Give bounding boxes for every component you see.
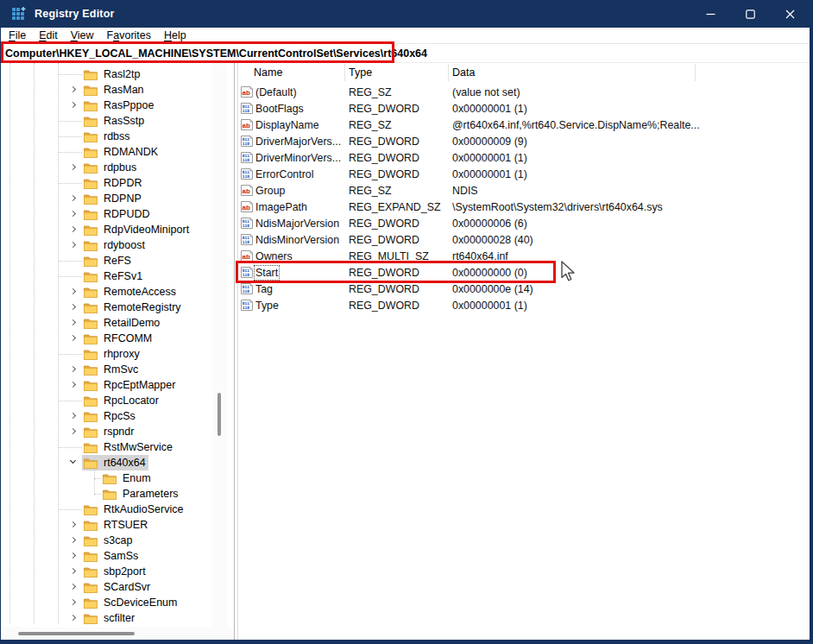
menu-view[interactable]: View [70,29,95,41]
tree-vertical-scrollbar-thumb[interactable] [217,393,221,436]
chevron-right-icon[interactable] [68,520,79,530]
tree-item-ReFS[interactable]: ReFS [1,253,212,268]
tree-item-body[interactable]: RpcEptMapper [82,377,178,393]
tree-item-ScDeviceEnum[interactable]: ScDeviceEnum [1,595,212,610]
tree-item-body[interactable]: RDMANDK [82,144,161,160]
chevron-right-icon[interactable] [68,597,79,608]
tree-item-body[interactable]: rt640x64 [82,455,148,470]
tree-item-body[interactable]: SamSs [82,548,141,564]
tree-item-RmSvc[interactable]: RmSvc [1,362,212,377]
value-row-group[interactable]: abGroupREG_SZNDIS [238,183,810,199]
tree-item-s3cap[interactable]: s3cap [1,533,212,548]
tree-item-body[interactable]: ReFS [82,253,134,268]
tree-item-body[interactable]: RasSstp [82,113,147,129]
tree-item-body[interactable]: Rasl2tp [82,66,142,82]
tree-item-rhproxy[interactable]: rhproxy [1,346,212,362]
tree-item-body[interactable]: rspndr [82,424,136,439]
chevron-right-icon[interactable] [68,318,79,328]
tree-item-sbp2port[interactable]: sbp2port [1,564,212,579]
tree-item-RpcSs[interactable]: RpcSs [1,408,212,424]
chevron-right-icon[interactable] [68,411,79,421]
menu-help[interactable]: Help [163,29,187,41]
tree-item-rt640x64[interactable]: rt640x64 [1,455,212,470]
column-header-type[interactable]: Type [349,66,372,79]
chevron-right-icon[interactable] [68,193,79,204]
chevron-right-icon[interactable] [68,162,79,173]
tree-horizontal-scrollbar[interactable] [1,627,234,640]
chevron-right-icon[interactable] [68,535,79,546]
tree-item-body[interactable]: RDPNP [82,191,144,206]
tree-item-Rasl2tp[interactable]: Rasl2tp [1,66,212,82]
chevron-right-icon[interactable] [68,100,79,110]
chevron-right-icon[interactable] [68,380,79,390]
value-row-type[interactable]: 011110TypeREG_DWORD0x00000001 (1) [238,298,810,314]
tree-item-body[interactable]: RpcLocator [82,393,161,408]
tree-item-body[interactable]: rdyboost [82,237,148,253]
tree-item-body[interactable]: scfilter [82,610,137,626]
tree-horizontal-scrollbar-thumb[interactable] [18,632,135,635]
tree-item-RpcLocator[interactable]: RpcLocator [1,393,212,408]
column-header-name[interactable]: Name [254,66,282,79]
value-row-ndismajorversion[interactable]: 011110NdisMajorVersionREG_DWORD0x0000000… [238,216,810,232]
tree-item-body[interactable]: ScDeviceEnum [82,595,180,610]
tree-item-RDMANDK[interactable]: RDMANDK [1,144,212,160]
tree-item-body[interactable]: rdpbus [82,160,139,175]
tree-item-body[interactable]: SCardSvr [82,579,153,595]
tree-item-RasSstp[interactable]: RasSstp [1,113,212,129]
tree-item-RasPppoe[interactable]: RasPppoe [1,98,212,113]
tree-item-Enum[interactable]: Enum [1,470,212,486]
maximize-button[interactable] [730,0,770,28]
tree-item-body[interactable]: rdbss [82,129,133,144]
chevron-right-icon[interactable] [68,364,79,375]
tree-item-RDPNP[interactable]: RDPNP [1,191,212,206]
menu-favorites[interactable]: Favorites [106,29,152,41]
chevron-right-icon[interactable] [68,426,79,437]
tree-item-body[interactable]: Enum [101,470,154,486]
tree-item-scfilter[interactable]: scfilter [1,610,212,626]
value-row-imagepath[interactable]: abImagePathREG_EXPAND_SZ\SystemRoot\Syst… [238,199,810,216]
tree-item-body[interactable]: RmSvc [82,362,141,377]
tree-item-RstMwService[interactable]: RstMwService [1,439,212,455]
tree-item-RdpVideoMiniport[interactable]: RdpVideoMiniport [1,222,212,237]
tree-item-body[interactable]: RFCOMM [82,331,154,346]
tree-item-RDPUDD[interactable]: RDPUDD [1,206,212,222]
tree-item-RemoteAccess[interactable]: RemoteAccess [1,284,212,300]
chevron-right-icon[interactable] [68,240,79,250]
tree-item-body[interactable]: RdpVideoMiniport [82,222,192,237]
tree-vertical-scrollbar[interactable] [212,63,227,628]
chevron-right-icon[interactable] [68,333,79,344]
minimize-button[interactable] [690,0,730,28]
tree-item-RpcEptMapper[interactable]: RpcEptMapper [1,377,212,393]
tree-item-body[interactable]: RstMwService [82,439,175,455]
tree-item-body[interactable]: RtkAudioService [82,502,186,517]
column-separator[interactable] [344,64,345,81]
tree-item-Parameters[interactable]: Parameters [1,486,212,502]
chevron-right-icon[interactable] [68,566,79,577]
tree-item-RetailDemo[interactable]: RetailDemo [1,315,212,331]
chevron-right-icon[interactable] [68,287,79,297]
value-row-bootflags[interactable]: 011110BootFlagsREG_DWORD0x00000001 (1) [238,101,810,117]
tree-item-body[interactable]: RDPDR [82,175,144,191]
close-button[interactable] [770,0,810,28]
tree-item-body[interactable]: RemoteRegistry [82,300,184,315]
tree-item-ReFSv1[interactable]: ReFSv1 [1,268,212,284]
tree-item-SCardSvr[interactable]: SCardSvr [1,579,212,595]
value-row-driverminorvers[interactable]: 011110DriverMinorVers...REG_DWORD0x00000… [238,150,810,167]
tree-item-RTSUER[interactable]: RTSUER [1,517,212,533]
chevron-right-icon[interactable] [68,302,79,313]
value-row-tag[interactable]: 011110TagREG_DWORD0x0000000e (14) [238,281,810,298]
chevron-right-icon[interactable] [68,85,79,95]
tree-item-rdyboost[interactable]: rdyboost [1,237,212,253]
tree-item-RasMan[interactable]: RasMan [1,82,212,98]
tree-item-body[interactable]: RasMan [82,82,147,98]
tree-item-RFCOMM[interactable]: RFCOMM [1,331,212,346]
tree-item-RemoteRegistry[interactable]: RemoteRegistry [1,300,212,315]
value-row-default[interactable]: ab(Default)REG_SZ(value not set) [238,85,810,101]
menu-edit[interactable]: Edit [38,29,59,41]
column-separator[interactable] [695,64,696,81]
tree-item-SamSs[interactable]: SamSs [1,548,212,564]
chevron-right-icon[interactable] [68,582,79,592]
tree-item-body[interactable]: rhproxy [82,346,142,362]
tree-item-body[interactable]: s3cap [82,533,135,548]
tree-item-body[interactable]: ReFSv1 [82,268,145,284]
